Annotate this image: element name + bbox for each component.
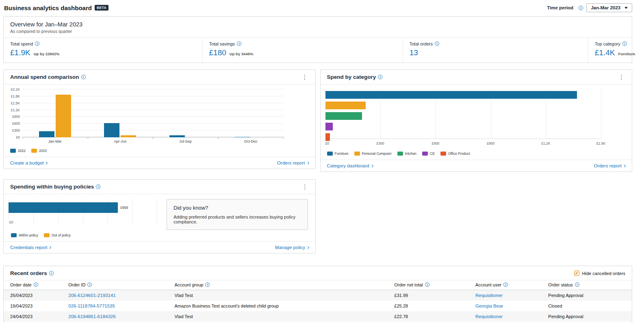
bar-2022-oct-dec[interactable] [235,137,250,137]
bar-row [325,91,601,99]
order-id-link[interactable]: 026-1118784-5771535 [68,303,115,308]
legend-swatch [10,149,16,153]
buying-policies-card-footer: Credentials report Manage policy [4,241,315,253]
metric-delta: Up by 22602% [34,52,60,56]
chevron-right-icon [45,161,48,164]
cell-user: Requisitioner [475,311,548,322]
y-axis-tick-label: £900 [12,115,20,119]
bar-row [325,133,601,141]
cell-id: 026-1118784-5771535 [68,301,174,311]
create-budget-link[interactable]: Create a budget [10,160,47,165]
column-header-label: Order ID [68,282,85,287]
bar-personal-computer[interactable] [325,102,366,109]
manage-policy-link[interactable]: Manage policy [275,245,309,250]
spend-by-category-card-header: Spend by category [321,70,632,85]
spend-by-category-title: Spend by category [327,74,383,80]
buying-policies-card-header: Spending within buying policies [4,180,315,194]
recent-orders-title: Recent orders [10,270,54,276]
column-header-date: Order date [4,280,68,290]
bar-group-jul-sep [153,89,218,137]
bar-2022-jul-sep[interactable] [169,135,185,137]
spend-by-category-menu-icon[interactable] [617,73,626,81]
buying-policies-title-text: Spending within buying policies [10,184,94,190]
legend-item: CE [422,152,435,156]
account-user-link[interactable]: Requisitioner [475,314,503,319]
column-info-icon[interactable] [503,282,508,287]
annual-spend-info-icon[interactable] [81,75,86,79]
orders-report-label: Orders report [277,160,305,165]
metric-total-orders: Total orders 13 [403,38,588,63]
credentials-report-link[interactable]: Credentials report [10,245,51,250]
bar-within-policy[interactable] [9,202,118,213]
bar-furniture[interactable] [325,91,577,99]
table-row: 25/04/2023206-6124601-2193141Vlad Test£3… [4,290,632,301]
time-period-label: Time period [547,5,573,10]
total-savings-info-icon[interactable] [237,41,241,46]
column-info-icon[interactable] [575,282,579,287]
spend-by-category-plot [325,89,601,139]
column-info-icon[interactable] [87,282,92,287]
legend-label: Kitchen [405,152,416,156]
orders-report-link[interactable]: Orders report [594,163,625,168]
account-user-link[interactable]: Georgia Bear [475,303,503,308]
cell-date: 24/04/2023 [4,311,68,322]
buying-policies-legend: Within policyOut of policy [11,233,157,237]
x-axis-tick-label: £0 [9,220,13,224]
bar-kitchen[interactable] [325,112,362,120]
metric-total-savings: Total savings £180Up by 3445% [202,38,403,63]
order-id-link[interactable]: 206-6194861-6184326 [68,314,115,319]
column-header-total: Order net total [395,280,475,290]
column-header-label: Account user [475,282,501,287]
x-axis-tick-label: £1.5K [596,141,605,145]
bar-2023-jan-mar[interactable] [56,95,71,137]
bar-2023-apr-jun[interactable] [121,135,136,137]
cell-user: Requisitioner [475,290,548,301]
time-period-info-icon[interactable] [579,6,583,10]
legend-swatch [31,149,37,153]
buying-policies-menu-icon[interactable] [300,183,310,191]
table-row: 19/04/2023026-1118784-5771535Amazon Busi… [4,301,632,311]
recent-orders-title-text: Recent orders [10,270,47,276]
bar-row [325,112,601,120]
time-period-select[interactable]: Jan-Mar 2023 [586,3,632,12]
hide-cancelled-control[interactable]: Hide cancelled orders [574,271,625,276]
bar-2022-jan-mar[interactable] [39,131,54,137]
annual-spend-menu-icon[interactable] [300,73,310,81]
legend-swatch [11,233,17,237]
chevron-right-icon [306,161,309,164]
legend-item: Out of policy [44,233,71,237]
annual-spend-card: Annual spend comparison £0£300£600£900£1… [3,69,316,169]
x-axis-tick [218,137,219,139]
order-id-link[interactable]: 206-6124601-2193141 [68,293,115,298]
bar-ce[interactable] [325,123,333,130]
spend-by-category-x-axis: £0£300£600£900£1.2K£1.5K [325,141,601,146]
orders-report-link[interactable]: Orders report [277,160,308,165]
total-orders-info-icon[interactable] [435,41,439,46]
legend-label: Furniture [335,152,349,156]
overview-header: Overview for Jan–Mar 2023 As compared to… [4,17,632,37]
bar-2022-apr-jun[interactable] [104,123,119,137]
category-dashboard-link[interactable]: Category dashboard [327,163,373,168]
account-user-link[interactable]: Requisitioner [475,293,503,298]
page-title-wrap: Business analytics dashboard BETA [4,4,108,11]
x-axis-tick-label: £300 [377,141,384,145]
hide-cancelled-checkbox[interactable] [574,271,579,276]
credentials-report-label: Credentials report [10,245,47,250]
cell-user: Georgia Bear [475,301,548,311]
column-info-icon[interactable] [205,282,210,287]
buying-policies-card: Spending within buying policies £959£0 W… [3,179,316,254]
column-info-icon[interactable] [34,282,38,287]
cell-date: 19/04/2023 [4,301,68,311]
top-category-info-icon[interactable] [622,41,627,46]
spend-by-category-title-text: Spend by category [327,74,376,80]
spend-by-category-info-icon[interactable] [378,75,382,79]
buying-policies-info-icon[interactable] [96,184,100,189]
x-axis-tick-label: £1.2K [541,141,550,145]
total-spend-info-icon[interactable] [35,41,39,46]
annual-spend-title-text: Annual spend comparison [10,74,79,80]
recent-orders-info-icon[interactable] [49,271,54,275]
column-info-icon[interactable] [425,282,429,287]
bar-value-label: £959 [120,206,128,210]
bar-office-product[interactable] [325,133,330,141]
did-you-know-title: Did you know? [173,205,301,211]
